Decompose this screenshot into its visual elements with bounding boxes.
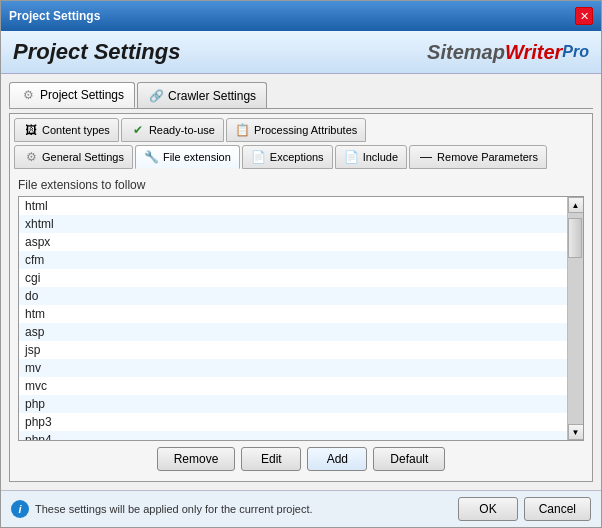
list-item[interactable]: mv [19, 359, 567, 377]
action-buttons: Remove Edit Add Default [14, 441, 588, 477]
list-item[interactable]: do [19, 287, 567, 305]
footer: i These settings will be applied only fo… [1, 490, 601, 527]
tab-crawler-settings[interactable]: 🔗 Crawler Settings [137, 82, 267, 108]
remove-button[interactable]: Remove [157, 447, 236, 471]
list-item[interactable]: html [19, 197, 567, 215]
list-item[interactable]: jsp [19, 341, 567, 359]
logo-writer: Writer [505, 41, 562, 64]
tab-content-types[interactable]: 🖼 Content types [14, 118, 119, 142]
tab-crawler-settings-label: Crawler Settings [168, 89, 256, 103]
logo: Sitemap Writer Pro [427, 41, 589, 64]
list-item[interactable]: php4 [19, 431, 567, 440]
file-extensions-list-container: html xhtml aspx cfm cgi do htm asp jsp m… [18, 196, 584, 441]
logo-sitemap: Sitemap [427, 41, 505, 64]
footer-info: i These settings will be applied only fo… [11, 500, 313, 518]
list-item[interactable]: mvc [19, 377, 567, 395]
scroll-track[interactable] [568, 213, 583, 424]
inner-panel: 🖼 Content types ✔ Ready-to-use 📋 Process… [9, 113, 593, 482]
wrench-icon: 🔧 [144, 149, 160, 165]
tab-general-settings-label: General Settings [42, 151, 124, 163]
scroll-up-button[interactable]: ▲ [568, 197, 584, 213]
file-extensions-label: File extensions to follow [18, 178, 584, 192]
image-icon: 🖼 [23, 122, 39, 138]
tab-include-label: Include [363, 151, 398, 163]
inner-tab-bar-row2: ⚙ General Settings 🔧 File extension 📄 Ex… [14, 145, 588, 169]
tab-file-extension[interactable]: 🔧 File extension [135, 145, 240, 169]
list-item[interactable]: asp [19, 323, 567, 341]
gear-icon: ⚙ [20, 87, 36, 103]
check-icon: ✔ [130, 122, 146, 138]
title-bar-text: Project Settings [9, 9, 100, 23]
list-item[interactable]: xhtml [19, 215, 567, 233]
gear-icon-2: ⚙ [23, 149, 39, 165]
tab-processing-attributes-label: Processing Attributes [254, 124, 357, 136]
tab-project-settings[interactable]: ⚙ Project Settings [9, 82, 135, 108]
edit-button[interactable]: Edit [241, 447, 301, 471]
scroll-down-button[interactable]: ▼ [568, 424, 584, 440]
tab-ready-to-use[interactable]: ✔ Ready-to-use [121, 118, 224, 142]
tab-file-extension-label: File extension [163, 151, 231, 163]
cancel-button[interactable]: Cancel [524, 497, 591, 521]
list-item[interactable]: aspx [19, 233, 567, 251]
minus-icon: — [418, 149, 434, 165]
doc-icon-2: 📄 [344, 149, 360, 165]
tab-include[interactable]: 📄 Include [335, 145, 407, 169]
title-bar: Project Settings ✕ [1, 1, 601, 31]
content-area: ⚙ Project Settings 🔗 Crawler Settings 🖼 … [1, 74, 601, 490]
file-extensions-list[interactable]: html xhtml aspx cfm cgi do htm asp jsp m… [19, 197, 567, 440]
link-icon: 🔗 [148, 88, 164, 104]
tab-remove-parameters-label: Remove Parameters [437, 151, 538, 163]
header: Project Settings Sitemap Writer Pro [1, 31, 601, 74]
list-item[interactable]: cgi [19, 269, 567, 287]
footer-buttons: OK Cancel [458, 497, 591, 521]
tab-processing-attributes[interactable]: 📋 Processing Attributes [226, 118, 366, 142]
clipboard-icon: 📋 [235, 122, 251, 138]
list-item[interactable]: htm [19, 305, 567, 323]
main-window: Project Settings ✕ Project Settings Site… [0, 0, 602, 528]
tab-exceptions[interactable]: 📄 Exceptions [242, 145, 333, 169]
tab-project-settings-label: Project Settings [40, 88, 124, 102]
scrollbar[interactable]: ▲ ▼ [567, 197, 583, 440]
tab-general-settings[interactable]: ⚙ General Settings [14, 145, 133, 169]
list-item[interactable]: php [19, 395, 567, 413]
doc-icon: 📄 [251, 149, 267, 165]
tab-ready-to-use-label: Ready-to-use [149, 124, 215, 136]
close-button[interactable]: ✕ [575, 7, 593, 25]
info-icon: i [11, 500, 29, 518]
list-item[interactable]: php3 [19, 413, 567, 431]
ok-button[interactable]: OK [458, 497, 517, 521]
scroll-thumb[interactable] [568, 218, 582, 258]
add-button[interactable]: Add [307, 447, 367, 471]
tab-content-types-label: Content types [42, 124, 110, 136]
outer-tab-bar: ⚙ Project Settings 🔗 Crawler Settings [9, 82, 593, 109]
footer-info-text: These settings will be applied only for … [35, 503, 313, 515]
tab-exceptions-label: Exceptions [270, 151, 324, 163]
tab-remove-parameters[interactable]: — Remove Parameters [409, 145, 547, 169]
page-title: Project Settings [13, 39, 180, 65]
list-item[interactable]: cfm [19, 251, 567, 269]
logo-pro: Pro [562, 43, 589, 61]
default-button[interactable]: Default [373, 447, 445, 471]
inner-tab-bar-row1: 🖼 Content types ✔ Ready-to-use 📋 Process… [14, 118, 588, 142]
